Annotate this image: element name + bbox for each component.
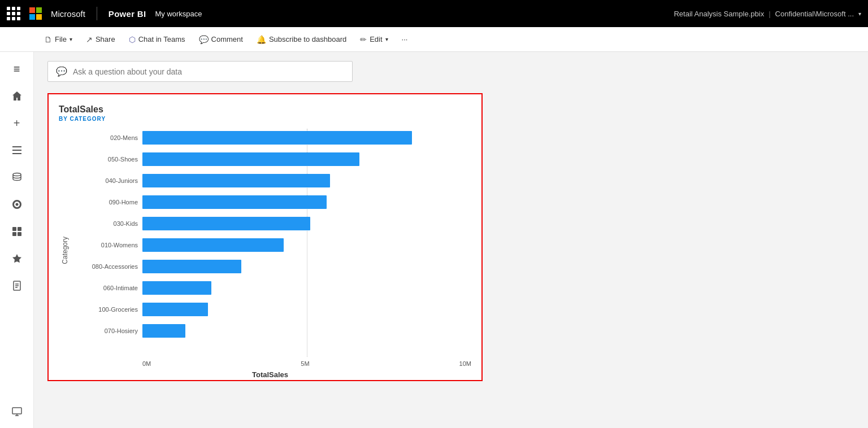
bar-row: 040-Juniors xyxy=(69,172,471,190)
chart-title: TotalSales xyxy=(59,104,471,115)
chat-in-teams-button[interactable]: ⬡ Chat in Teams xyxy=(123,32,191,47)
bar-row: 020-Mens xyxy=(69,129,471,147)
x-axis-tick: 0M xyxy=(142,360,151,367)
sidebar-item-goals[interactable] xyxy=(5,192,29,217)
qa-bar[interactable]: 💬 xyxy=(47,61,353,82)
chart-body: 020-Mens050-Shoes040-Juniors090-Home030-… xyxy=(69,129,471,372)
x-axis-title: TotalSales xyxy=(69,370,471,379)
file-button[interactable]: 🗋 File ▾ xyxy=(38,32,78,47)
bar-track[interactable] xyxy=(142,260,471,273)
sidebar-item-create[interactable]: + xyxy=(5,111,29,136)
bar-label: 090-Home xyxy=(69,199,142,206)
qa-icon: 💬 xyxy=(56,66,67,77)
sidebar-item-learn[interactable] xyxy=(5,246,29,271)
bar-label: 040-Juniors xyxy=(69,177,142,184)
bar-track[interactable] xyxy=(142,174,471,187)
svg-rect-1 xyxy=(12,150,21,151)
comment-button[interactable]: 💬 Comment xyxy=(193,32,249,47)
bar-row: 030-Kids xyxy=(69,215,471,233)
sidebar-item-docs[interactable] xyxy=(5,273,29,298)
file-icon: 🗋 xyxy=(44,35,52,44)
svg-rect-12 xyxy=(12,408,21,414)
bar-fill xyxy=(142,238,284,252)
powerbi-label: Power BI xyxy=(108,9,146,19)
bar-label: 010-Womens xyxy=(69,242,142,248)
bar-track[interactable] xyxy=(142,152,471,166)
svg-rect-2 xyxy=(12,153,21,154)
top-bar-right: Retail Analysis Sample.pbix | Confidenti… xyxy=(674,10,861,18)
qa-input[interactable] xyxy=(73,67,344,76)
bar-label: 050-Shoes xyxy=(69,156,142,163)
bar-fill xyxy=(142,260,241,273)
share-icon: ↗ xyxy=(86,35,93,44)
bar-label: 030-Kids xyxy=(69,220,142,227)
app-grid-icon[interactable] xyxy=(7,7,20,20)
sidebar-item-workspace[interactable] xyxy=(5,399,29,423)
confidential-chevron[interactable]: ▾ xyxy=(858,11,861,17)
y-axis-label: Category xyxy=(59,237,69,264)
share-button[interactable]: ↗ Share xyxy=(80,32,121,47)
bar-track[interactable] xyxy=(142,217,471,230)
x-axis: 0M5M10M xyxy=(69,360,471,367)
bar-label: 070-Hosiery xyxy=(69,327,142,334)
bar-label: 100-Groceries xyxy=(69,306,142,313)
x-axis-tick: 10M xyxy=(459,360,471,367)
sidebar-item-home[interactable] xyxy=(5,84,29,108)
edit-chevron: ▾ xyxy=(385,36,388,42)
bar-row: 050-Shoes xyxy=(69,150,471,168)
svg-rect-0 xyxy=(12,146,21,147)
toolbar: 🗋 File ▾ ↗ Share ⬡ Chat in Teams 💬 Comme… xyxy=(0,27,868,52)
bar-label: 060-Intimate xyxy=(69,285,142,291)
subscribe-button[interactable]: 🔔 Subscribe to dashboard xyxy=(251,32,352,47)
svg-rect-4 xyxy=(12,227,16,231)
file-label: File xyxy=(55,35,67,43)
more-label: ··· xyxy=(402,35,408,43)
svg-point-3 xyxy=(13,173,21,176)
bar-row: 080-Accessories xyxy=(69,257,471,276)
bar-fill xyxy=(142,131,412,145)
microsoft-logo xyxy=(29,7,42,20)
sidebar-item-hamburger[interactable]: ≡ xyxy=(5,56,29,81)
main-content: 💬 TotalSales BY CATEGORY Category 020-Me… xyxy=(34,52,868,428)
more-button[interactable]: ··· xyxy=(396,32,414,47)
layout: ≡ + 💬 xyxy=(0,52,868,428)
chart-card: TotalSales BY CATEGORY Category 020-Mens… xyxy=(47,93,483,381)
edit-label: Edit xyxy=(370,35,382,43)
microsoft-label: Microsoft xyxy=(51,9,85,19)
svg-rect-5 xyxy=(18,227,21,231)
bars-container: 020-Mens050-Shoes040-Juniors090-Home030-… xyxy=(69,129,471,357)
edit-button[interactable]: ✏ Edit ▾ xyxy=(354,32,393,47)
sidebar-item-apps[interactable] xyxy=(5,219,29,244)
bar-row: 090-Home xyxy=(69,193,471,211)
bar-fill xyxy=(142,281,211,295)
sidebar: ≡ + xyxy=(0,52,34,428)
bar-track[interactable] xyxy=(142,281,471,295)
bar-label: 080-Accessories xyxy=(69,263,142,270)
sidebar-item-browse[interactable] xyxy=(5,138,29,163)
svg-rect-7 xyxy=(18,232,21,236)
workspace-label: My workspace xyxy=(155,10,202,18)
bar-fill xyxy=(142,303,208,316)
bar-fill xyxy=(142,324,185,338)
bar-row: 010-Womens xyxy=(69,236,471,254)
confidential-label: Confidential\Microsoft ... xyxy=(775,10,854,18)
file-chevron: ▾ xyxy=(70,36,72,42)
comment-icon: 💬 xyxy=(199,35,209,44)
teams-icon: ⬡ xyxy=(129,35,136,44)
bar-track[interactable] xyxy=(142,195,471,209)
svg-rect-6 xyxy=(12,232,16,236)
bar-fill xyxy=(142,152,359,166)
bar-row: 060-Intimate xyxy=(69,279,471,297)
bar-track[interactable] xyxy=(142,131,471,145)
bar-fill xyxy=(142,174,330,187)
x-axis-tick: 5M xyxy=(301,360,309,367)
chart-subtitle: BY CATEGORY xyxy=(59,116,471,122)
bar-row: 100-Groceries xyxy=(69,300,471,318)
top-bar: Microsoft Power BI My workspace Retail A… xyxy=(0,0,868,27)
bar-track[interactable] xyxy=(142,238,471,252)
bar-fill xyxy=(142,217,310,230)
bar-track[interactable] xyxy=(142,303,471,316)
bar-track[interactable] xyxy=(142,324,471,338)
sidebar-item-data[interactable] xyxy=(5,165,29,190)
edit-icon: ✏ xyxy=(360,35,367,44)
